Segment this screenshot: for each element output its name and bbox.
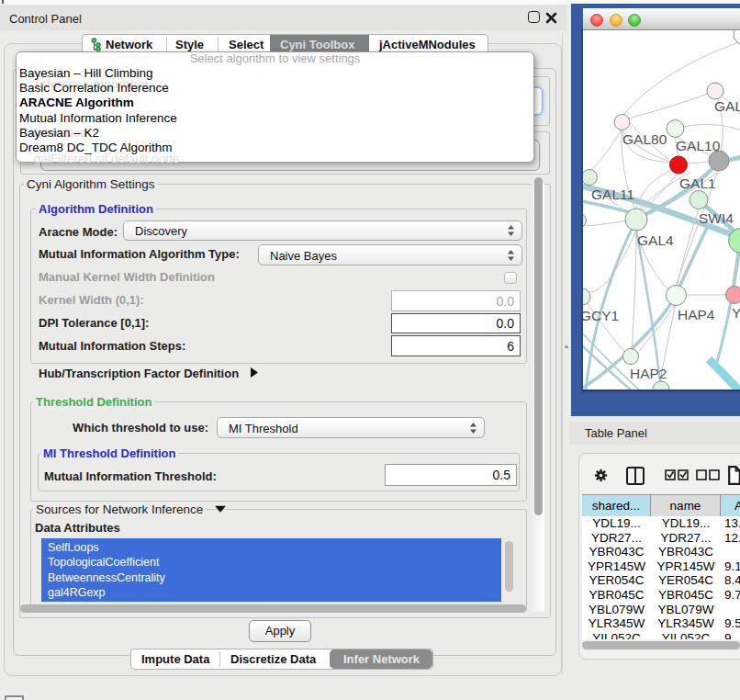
svg-text:GAL4: GAL4 [637, 232, 674, 248]
svg-text:GAL1: GAL1 [679, 175, 716, 191]
svg-text:GAL11: GAL11 [591, 186, 634, 202]
svg-text:GAL80: GAL80 [622, 131, 667, 147]
svg-text:Y: Y [732, 305, 740, 321]
svg-text:HAP4: HAP4 [678, 307, 715, 322]
svg-text:SWI4: SWI4 [699, 210, 734, 226]
svg-text:GAL: GAL [714, 98, 740, 114]
svg-text:GAL10: GAL10 [676, 138, 721, 153]
svg-text:HAP2: HAP2 [630, 366, 667, 381]
svg-text:GCY1: GCY1 [583, 308, 619, 323]
